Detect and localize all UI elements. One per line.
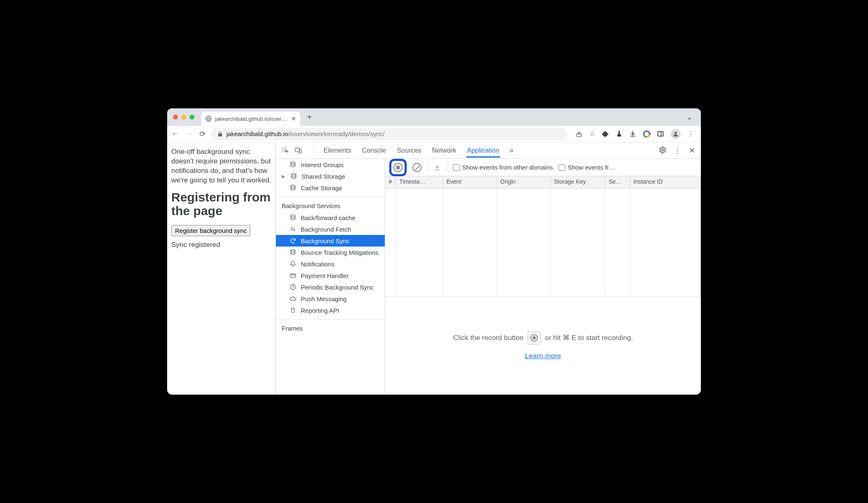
checkbox-input[interactable] [559, 164, 565, 171]
sidebar-item-label: Reporting API [301, 307, 339, 314]
close-tab-icon[interactable]: ✕ [291, 115, 296, 122]
sync-icon [289, 237, 297, 244]
sidebar-item-label: Notifications [301, 261, 335, 268]
clock-icon [289, 283, 297, 291]
sidebar-item-reporting[interactable]: Reporting API [276, 304, 385, 316]
sidebar-item-bgfetch[interactable]: Background Fetch [276, 223, 385, 235]
tab-strip: jakearchibald.github.io/isservic ✕ + ⌄ [167, 108, 701, 126]
tab-elements[interactable]: Elements [323, 144, 352, 158]
lock-icon [217, 131, 223, 137]
google-icon[interactable] [643, 130, 650, 138]
sidebar-item-label: Back/forward cache [301, 214, 355, 221]
page-status: Sync registered [171, 240, 271, 250]
checkbox-input[interactable] [453, 164, 460, 171]
tabs-dropdown-icon[interactable]: ⌄ [681, 113, 698, 122]
file-icon [289, 307, 297, 314]
database-icon [289, 214, 297, 221]
back-button[interactable]: ← [171, 129, 179, 138]
empty-text-prefix: Click the record button [453, 334, 523, 342]
expand-icon[interactable]: ▶ [282, 174, 286, 179]
device-toggle-icon[interactable] [294, 147, 302, 154]
labs-icon[interactable] [616, 130, 623, 137]
settings-icon[interactable] [659, 146, 667, 155]
sidebar-item-label: Payment Handler [301, 272, 349, 279]
close-devtools-icon[interactable]: ✕ [689, 146, 695, 155]
separator [447, 163, 447, 172]
register-sync-button[interactable]: Register background sync [171, 225, 250, 236]
col-storagekey[interactable]: Storage Key [551, 176, 605, 188]
show-events-from-checkbox[interactable]: Show events fr… [559, 164, 615, 171]
svg-point-3 [674, 132, 676, 134]
tab-console[interactable]: Console [361, 144, 387, 158]
updown-icon [289, 225, 297, 233]
maximize-window-icon[interactable] [189, 115, 194, 120]
share-icon[interactable] [575, 130, 583, 137]
record-button[interactable] [393, 163, 403, 172]
sidebar-item-bgsync[interactable]: Background Sync [276, 235, 385, 247]
svg-point-11 [291, 215, 295, 216]
sidebar-item-label: Cache Storage [301, 184, 342, 192]
url-text: jakearchibald.github.io/isserviceworkerr… [226, 130, 385, 137]
checkbox-label: Show events from other domains [462, 164, 553, 171]
sidebar-item-cache-storage[interactable]: Cache Storage [276, 182, 385, 194]
sidebar-item-push[interactable]: Push Messaging [276, 293, 385, 304]
learn-more-link[interactable]: Learn more [525, 352, 561, 360]
sidebar-group-bgservices: Background Services [276, 197, 385, 212]
extensions-icon[interactable] [602, 130, 609, 137]
sidebar-item-shared-storage[interactable]: ▶ Shared Storage [276, 170, 385, 182]
reload-button[interactable]: ⟳ [199, 129, 206, 139]
sidebar-item-periodic[interactable]: Periodic Background Sync [276, 281, 385, 293]
database-icon [289, 184, 297, 192]
sidebar-item-interest-groups[interactable]: Interest Groups [276, 159, 385, 170]
window-controls [173, 115, 194, 120]
empty-state: Click the record button or hit ⌘ E to st… [385, 296, 701, 395]
tab-network[interactable]: Network [431, 144, 457, 158]
browser-tab[interactable]: jakearchibald.github.io/isservic ✕ [201, 112, 300, 126]
record-button-highlight [389, 159, 407, 176]
download-icon [434, 164, 441, 171]
table-header: # Timesta… Event Origin Storage Key Se… … [385, 176, 701, 189]
sidebar-item-bfcache[interactable]: Back/forward cache [276, 212, 385, 223]
separator [427, 163, 428, 172]
sidebar-item-label: Push Messaging [301, 295, 347, 302]
devtools: Elements Console Sources Network Applica… [276, 142, 701, 395]
cloud-icon [289, 295, 297, 302]
svg-point-12 [291, 249, 295, 251]
menu-icon[interactable]: ⋮ [687, 129, 694, 138]
col-instanceid[interactable]: Instance ID [630, 176, 701, 188]
tab-application[interactable]: Application [466, 144, 500, 158]
col-origin[interactable]: Origin [497, 176, 551, 188]
profile-avatar[interactable] [671, 129, 681, 139]
sidebar-item-notifications[interactable]: Notifications [276, 258, 385, 270]
page-heading: Registering from the page [171, 190, 271, 218]
sidebar-group-frames: Frames [276, 319, 385, 334]
page-paragraph: One-off background sync doesn't require … [171, 147, 271, 185]
card-icon [289, 272, 297, 279]
col-event[interactable]: Event [443, 176, 497, 188]
close-window-icon[interactable] [173, 115, 178, 120]
sidebar-item-payment[interactable]: Payment Handler [276, 270, 385, 281]
clear-icon[interactable] [412, 163, 422, 172]
svg-point-8 [291, 162, 295, 163]
bookmark-icon[interactable]: ☆ [589, 129, 595, 138]
col-timestamp[interactable]: Timesta… [396, 176, 443, 188]
tab-sources[interactable]: Sources [396, 144, 422, 158]
col-se[interactable]: Se… [605, 176, 630, 188]
more-icon[interactable]: ⋮ [674, 146, 681, 155]
show-other-domains-checkbox[interactable]: Show events from other domains [453, 164, 553, 171]
bgsync-panel: Show events from other domains Show even… [385, 159, 701, 395]
content-area: One-off background sync doesn't require … [167, 142, 701, 395]
minimize-window-icon[interactable] [181, 115, 186, 120]
col-index[interactable]: # [385, 176, 396, 188]
downloads-icon[interactable] [629, 130, 636, 137]
globe-icon [205, 115, 212, 122]
browser-toolbar: ← → ⟳ jakearchibald.github.io/isservicew… [167, 126, 701, 142]
sidepanel-icon[interactable] [657, 130, 664, 137]
inspect-icon[interactable] [282, 147, 289, 154]
sidebar-item-label: Periodic Background Sync [301, 284, 374, 291]
tabs-overflow-icon[interactable]: » [509, 146, 513, 155]
address-bar[interactable]: jakearchibald.github.io/isserviceworkerr… [211, 128, 567, 140]
svg-rect-2 [658, 132, 663, 136]
sidebar-item-bounce[interactable]: Bounce Tracking Mitigations [276, 247, 385, 258]
new-tab-button[interactable]: + [304, 113, 315, 122]
